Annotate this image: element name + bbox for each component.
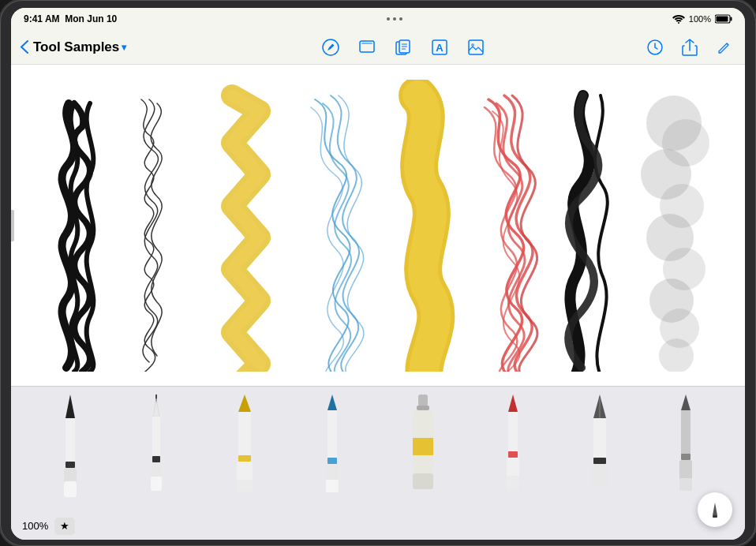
brush-strokes-canvas — [23, 80, 733, 372]
stroke-pencil-scribble — [311, 95, 364, 372]
tool-airbrush[interactable] — [672, 395, 700, 497]
sidebar-thumb[interactable] — [11, 210, 14, 241]
svg-rect-54 — [508, 451, 518, 458]
draw-tool-icon[interactable] — [320, 36, 342, 58]
battery-icon — [715, 14, 732, 24]
svg-rect-56 — [507, 476, 519, 490]
tool-marker[interactable] — [229, 395, 260, 497]
tool-calligraphy[interactable] — [586, 395, 614, 497]
text-icon[interactable]: A — [429, 36, 451, 58]
svg-rect-63 — [681, 410, 691, 458]
svg-rect-53 — [508, 412, 518, 455]
document-title: Tool Samples ▾ — [33, 39, 126, 55]
clock-icon[interactable] — [644, 36, 666, 58]
back-button[interactable] — [21, 40, 28, 54]
tool-brushpen[interactable] — [318, 395, 346, 497]
svg-rect-27 — [65, 418, 75, 466]
svg-rect-47 — [418, 395, 428, 406]
svg-rect-6 — [361, 43, 372, 44]
svg-point-0 — [678, 22, 679, 24]
svg-rect-45 — [326, 464, 339, 481]
svg-rect-34 — [152, 456, 160, 462]
status-dot-2 — [393, 17, 396, 21]
svg-rect-68 — [713, 515, 717, 518]
stroke-pen-loops — [141, 99, 162, 372]
ipad-frame: 9:41 AM Mon Jun 10 100% — [0, 0, 756, 546]
bottom-footer: 100% ★ — [11, 512, 745, 540]
stroke-calligraphy — [568, 95, 607, 372]
tool-pen[interactable] — [56, 395, 84, 497]
edit-icon[interactable] — [713, 36, 735, 58]
status-center — [387, 17, 402, 21]
pages-icon[interactable] — [392, 36, 414, 58]
status-right: 100% — [672, 14, 732, 24]
status-dot-1 — [387, 17, 390, 21]
canvas-area — [11, 65, 745, 386]
svg-rect-51 — [413, 473, 433, 489]
svg-rect-38 — [238, 412, 251, 459]
status-dot-3 — [399, 17, 402, 21]
battery-label: 100% — [689, 14, 711, 24]
stroke-watercolor — [641, 95, 709, 372]
toolbar-center: A — [163, 36, 644, 58]
svg-marker-62 — [681, 395, 691, 410]
svg-rect-3 — [717, 17, 728, 22]
tools-row — [11, 387, 745, 513]
svg-rect-48 — [417, 406, 429, 410]
svg-rect-60 — [593, 458, 606, 464]
stroke-paint-blob — [417, 95, 436, 372]
toolbar: Tool Samples ▾ — [11, 30, 745, 65]
title-chevron-icon[interactable]: ▾ — [122, 42, 126, 53]
svg-rect-35 — [151, 462, 162, 477]
stroke-marker-wave — [232, 95, 260, 372]
stroke-pen-wave — [62, 103, 94, 372]
svg-marker-52 — [508, 395, 518, 412]
svg-rect-43 — [327, 410, 337, 462]
svg-rect-39 — [238, 455, 251, 462]
svg-rect-2 — [731, 17, 732, 21]
layers-icon[interactable] — [356, 36, 378, 58]
tool-fineliner[interactable] — [142, 395, 170, 497]
svg-rect-55 — [507, 458, 519, 477]
share-icon[interactable] — [679, 36, 701, 58]
svg-point-25 — [659, 338, 694, 372]
svg-rect-44 — [327, 458, 337, 464]
zoom-label: 100% — [22, 520, 48, 532]
bottom-panel: 100% ★ — [11, 386, 745, 540]
svg-rect-64 — [681, 454, 691, 460]
tool-crayon[interactable] — [499, 395, 527, 497]
svg-rect-59 — [593, 418, 606, 462]
svg-rect-14 — [469, 40, 483, 54]
ipad-screen: 9:41 AM Mon Jun 10 100% — [11, 8, 745, 540]
svg-rect-28 — [65, 462, 75, 468]
svg-marker-67 — [713, 503, 717, 515]
image-icon[interactable] — [465, 36, 487, 58]
svg-rect-66 — [679, 478, 692, 491]
svg-rect-40 — [237, 462, 253, 481]
svg-marker-42 — [327, 395, 337, 410]
svg-rect-46 — [326, 480, 339, 492]
status-time: 9:41 AM Mon Jun 10 — [24, 13, 117, 24]
toolbar-left: Tool Samples ▾ — [21, 39, 163, 55]
pencil-fab-button[interactable] — [698, 492, 732, 527]
svg-text:A: A — [436, 42, 443, 54]
star-badge[interactable]: ★ — [54, 518, 75, 535]
svg-rect-33 — [152, 417, 160, 460]
wifi-icon — [672, 14, 685, 24]
tool-paint[interactable] — [405, 395, 441, 497]
svg-rect-61 — [592, 464, 608, 486]
svg-marker-37 — [238, 395, 251, 412]
svg-marker-26 — [65, 395, 75, 418]
svg-rect-65 — [679, 460, 692, 480]
svg-rect-41 — [237, 480, 253, 492]
status-bar: 9:41 AM Mon Jun 10 100% — [11, 8, 745, 30]
svg-rect-30 — [64, 481, 77, 497]
toolbar-right — [644, 36, 735, 58]
stroke-crayon-scribble — [485, 95, 537, 372]
svg-rect-36 — [151, 477, 162, 491]
svg-marker-32 — [153, 398, 159, 417]
svg-rect-50 — [413, 438, 433, 455]
